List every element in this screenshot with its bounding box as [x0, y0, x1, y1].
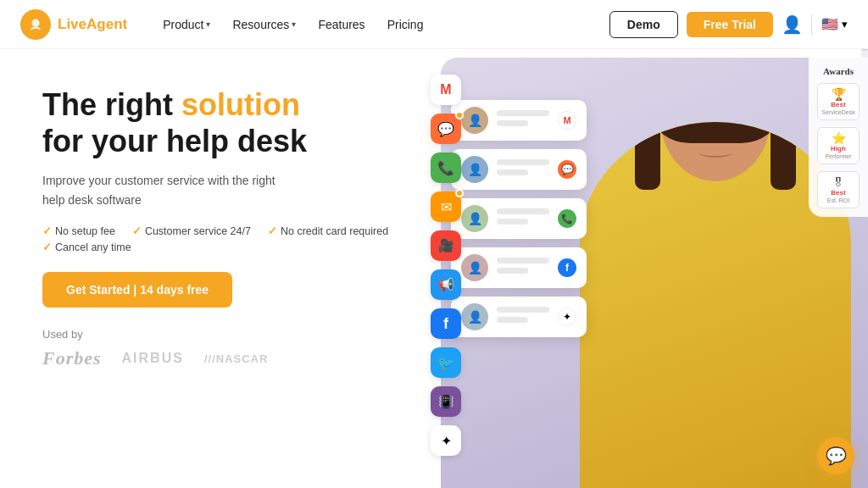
notif-card: 👤 f	[451, 247, 587, 288]
hero-checks: ✓ No setup fee ✓ Customer service 24/7 ✓…	[42, 225, 407, 253]
hero-section: The right solution for your help desk Im…	[0, 49, 441, 488]
user-icon[interactable]: 👤	[782, 14, 803, 35]
logo[interactable]: LiveAgent	[20, 9, 127, 40]
person-head	[660, 122, 771, 181]
notif-line	[497, 208, 549, 214]
nav-item-resources[interactable]: Resources ▾	[224, 13, 304, 36]
email-icon[interactable]: ✉	[431, 191, 461, 222]
avatar: 👤	[461, 156, 488, 183]
slack-badge: ✦	[558, 308, 576, 326]
chat-widget-button[interactable]: 💬	[817, 437, 854, 474]
notif-line	[497, 268, 528, 274]
logo-icon	[20, 9, 51, 40]
demo-button[interactable]: Demo	[609, 11, 678, 38]
brands-list: Forbes AIRBUS ///NASCAR	[42, 347, 407, 369]
notif-line	[497, 258, 549, 263]
side-icons-panel: M 💬 📞 ✉ 🎥 📢 f 🐦 📳 ✦	[431, 75, 461, 456]
brand-airbus: AIRBUS	[122, 351, 184, 366]
main-content: The right solution for your help desk Im…	[0, 49, 868, 488]
award-sublabel: Est. ROI	[821, 197, 855, 204]
chevron-down-icon: ▾	[206, 19, 210, 29]
check-item: ✓ Cancel any time	[42, 241, 131, 253]
gmail-icon[interactable]: M	[431, 75, 461, 105]
nav-item-pricing[interactable]: Pricing	[379, 13, 432, 36]
nav-divider	[811, 14, 812, 35]
awards-panel: Awards 🏆 Best ServiceDesk ⭐ High Perform…	[809, 58, 868, 217]
notif-card: 👤 M	[451, 100, 587, 141]
person-hair-left	[635, 122, 660, 190]
award-badge: ⭐ High Performer	[817, 127, 860, 164]
award-label: High	[821, 145, 855, 152]
video-icon[interactable]: 🎥	[431, 230, 461, 261]
nav-actions: Demo Free Trial 👤 🇺🇸 ▾	[609, 11, 848, 38]
nav-links: Product ▾ Resources ▾ Features Pricing	[154, 13, 609, 36]
notif-line	[497, 219, 528, 225]
navbar: LiveAgent Product ▾ Resources ▾ Features…	[0, 0, 868, 49]
chat-widget-icon: 💬	[826, 446, 847, 466]
person-hair	[652, 122, 779, 143]
slack-icon[interactable]: ✦	[431, 425, 461, 456]
notif-line	[497, 120, 528, 126]
award-badge: 🏆 Best ServiceDesk	[817, 83, 860, 120]
hero-title: The right solution for your help desk	[42, 86, 407, 159]
facebook-icon[interactable]: f	[431, 308, 461, 339]
notif-line	[497, 307, 549, 313]
award-label: Best	[821, 189, 855, 197]
notification-cards: 👤 M 👤 💬 👤	[451, 100, 587, 337]
avatar: 👤	[461, 205, 488, 232]
notif-card: 👤 📞	[451, 198, 587, 239]
notif-line	[497, 110, 549, 116]
notif-line	[497, 169, 528, 175]
gmail-badge: M	[558, 111, 576, 130]
notif-card: 👤 💬	[451, 149, 587, 190]
logo-text: LiveAgent	[58, 16, 127, 33]
flag-icon: 🇺🇸	[821, 15, 839, 34]
avatar: 👤	[461, 303, 488, 330]
trial-button[interactable]: Free Trial	[687, 12, 773, 37]
hero-image: 👤 M 👤 💬 👤	[441, 58, 868, 488]
smile	[698, 147, 732, 158]
used-by-section: Used by Forbes AIRBUS ///NASCAR	[42, 328, 407, 369]
notif-lines	[497, 258, 549, 278]
check-item: ✓ No credit card required	[268, 225, 388, 237]
chevron-down-icon: ▾	[292, 19, 296, 29]
person-hair-right	[771, 122, 796, 190]
phone-badge: 📞	[558, 209, 576, 228]
award-icon: ⭐	[821, 131, 855, 145]
award-icon: 🏆	[821, 87, 855, 101]
award-icon: 🎖	[821, 175, 855, 189]
phone-icon[interactable]: 📞	[431, 152, 461, 183]
viber-icon[interactable]: 📳	[431, 386, 461, 417]
avatar: 👤	[461, 254, 488, 281]
language-selector[interactable]: 🇺🇸 ▾	[821, 15, 848, 34]
notif-line	[497, 159, 549, 165]
check-item: ✓ Customer service 24/7	[132, 225, 251, 237]
hero-bg: 👤 M 👤 💬 👤	[441, 58, 868, 488]
cta-button[interactable]: Get Started | 14 days free	[42, 272, 232, 308]
awards-title: Awards	[823, 66, 854, 76]
notif-lines	[497, 159, 549, 180]
facebook-badge: f	[558, 258, 576, 277]
award-sublabel: Performer	[821, 152, 855, 160]
brand-forbes: Forbes	[42, 347, 102, 369]
hero-subtitle: Improve your customer service with the r…	[42, 171, 297, 209]
notif-lines	[497, 208, 549, 229]
chat-badge: 💬	[558, 160, 576, 179]
notif-card: 👤 ✦	[451, 297, 587, 337]
used-by-label: Used by	[42, 328, 407, 341]
chevron-down-icon: ▾	[842, 18, 848, 30]
nav-item-features[interactable]: Features	[309, 13, 373, 36]
award-label: Best	[821, 101, 855, 108]
notif-lines	[497, 307, 549, 327]
nav-item-product[interactable]: Product ▾	[154, 13, 219, 36]
notif-line	[497, 317, 528, 323]
svg-point-0	[31, 19, 39, 26]
twitter-icon[interactable]: 🐦	[431, 347, 461, 378]
award-badge: 🎖 Best Est. ROI	[817, 171, 860, 208]
speaker-icon[interactable]: 📢	[431, 269, 461, 300]
award-sublabel: ServiceDesk	[821, 108, 855, 116]
avatar: 👤	[461, 107, 488, 134]
check-item: ✓ No setup fee	[42, 225, 115, 237]
brand-nascar: ///NASCAR	[204, 352, 268, 365]
chat-icon[interactable]: 💬	[431, 114, 461, 144]
